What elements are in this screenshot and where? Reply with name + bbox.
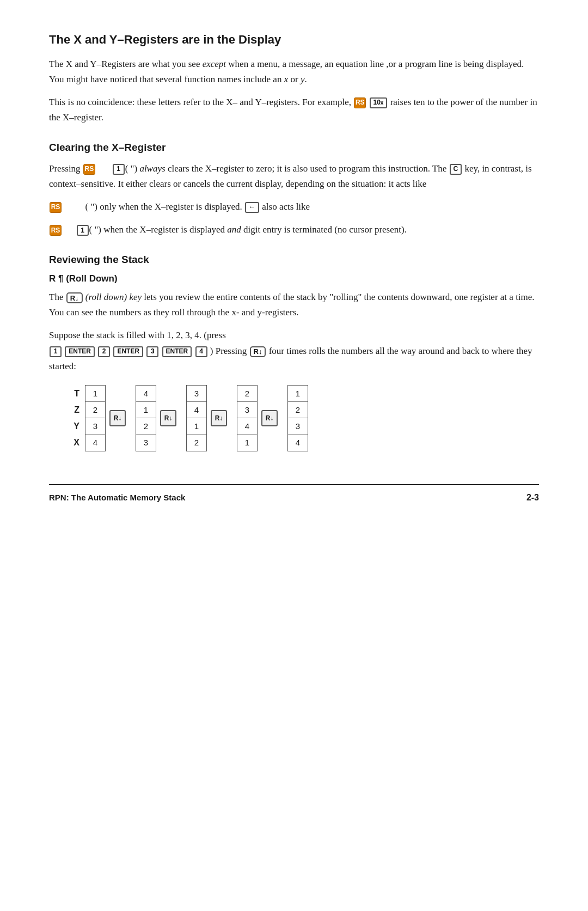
stack-col-2: 3 4 1 2 [186,385,207,451]
cell-0-3: 4 [85,435,105,451]
stack-group-4: 1 2 3 4 [287,385,308,451]
section1-para1: The X and Y–Registers are what you see e… [49,57,539,87]
c-key[interactable]: C [450,164,462,175]
roll-key-1[interactable]: R↓ [160,410,176,426]
cell-1-1: 1 [136,402,156,418]
footer: RPN: The Automatic Memory Stack 2-3 [49,484,539,503]
stack-col-1: 4 1 2 3 [136,385,156,451]
rs-key-3[interactable]: RS [50,225,62,236]
shift-key[interactable]: RS [354,97,366,108]
cell-0-1: 2 [85,402,105,418]
cell-2-2: 1 [187,418,206,435]
cell-1-2: 2 [136,418,156,435]
clx-key-2[interactable]: 1 [77,225,89,236]
stack-diagrams: T Z Y X 1 2 3 4 R↓ 4 1 2 3 R↓ [71,385,517,451]
clx-key-1[interactable]: 1 [113,164,125,175]
label-Y: Y [71,418,82,435]
section1-title: The X and Y–Registers are in the Display [49,33,539,47]
stack-group-1: 4 1 2 3 R↓ [136,385,176,451]
section-clearing-x: Clearing the X–Register Pressing RS 1( "… [49,142,539,237]
enter-key-1[interactable]: ENTER [65,346,95,357]
cell-2-1: 4 [187,402,206,418]
cell-1-3: 3 [136,435,156,451]
key-4[interactable]: 4 [195,346,207,357]
stack-col-0: 1 2 3 4 [85,385,106,451]
key-1[interactable]: 1 [50,346,62,357]
cell-0-2: 3 [85,418,105,435]
stack-group-2: 3 4 1 2 R↓ [186,385,227,451]
backspace-key[interactable]: ← [245,202,259,213]
rs-key-1[interactable]: RS [83,164,95,175]
stack-col-4: 1 2 3 4 [287,385,308,451]
label-T: T [71,386,82,402]
section-xy-registers: The X and Y–Registers are in the Display… [49,33,539,125]
stack-col-3: 2 3 4 1 [237,385,258,451]
cell-3-2: 4 [237,418,257,435]
rvdown-key-1[interactable]: R↓ [66,292,83,303]
stack-row-labels: T Z Y X [71,386,82,451]
section1-para2: This is no coincidence: these letters re… [49,95,539,125]
enter-key-2[interactable]: ENTER [113,346,143,357]
tenx-key[interactable]: 10x [370,97,388,108]
label-Z: Z [71,402,82,418]
key-2[interactable]: 2 [98,346,110,357]
roll-key-2[interactable]: R↓ [211,410,227,426]
section-reviewing-stack: Reviewing the Stack R ¶ (Roll Down) The … [49,254,539,451]
section2-para1: Pressing RS 1( ") always clears the X–re… [49,161,539,192]
section2-title: Clearing the X–Register [49,142,539,154]
roll-key-3[interactable]: R↓ [261,410,278,426]
section3-sub1-title: R ¶ (Roll Down) [49,273,539,284]
cell-2-3: 2 [187,435,206,451]
stack-group-0: T Z Y X 1 2 3 4 R↓ [71,385,126,451]
cell-4-1: 2 [288,402,308,418]
section2-para2: RS ( ") only when the X–register is disp… [49,199,539,215]
cell-4-2: 3 [288,418,308,435]
cell-0-0: 1 [85,386,105,402]
rs-key-2[interactable]: RS [50,202,62,213]
roll-key-0[interactable]: R↓ [109,410,126,426]
cell-3-1: 3 [237,402,257,418]
footer-page: 2-3 [526,493,539,503]
label-X: X [71,435,82,451]
key-3[interactable]: 3 [146,346,158,357]
section3-title: Reviewing the Stack [49,254,539,266]
cell-3-3: 1 [237,435,257,451]
enter-key-3[interactable]: ENTER [162,346,192,357]
rvdown-key-2[interactable]: R↓ [250,346,266,357]
section3-para1: The R↓ (roll down) key lets you review t… [49,290,539,320]
section3-para2: Suppose the stack is filled with 1, 2, 3… [49,328,539,374]
cell-4-0: 1 [288,386,308,402]
cell-4-3: 4 [288,435,308,451]
cell-3-0: 2 [237,386,257,402]
footer-title: RPN: The Automatic Memory Stack [49,493,185,502]
section2-para3: RS 1( ") when the X–register is displaye… [49,222,539,237]
cell-1-0: 4 [136,386,156,402]
cell-2-0: 3 [187,386,206,402]
stack-group-3: 2 3 4 1 R↓ [237,385,278,451]
